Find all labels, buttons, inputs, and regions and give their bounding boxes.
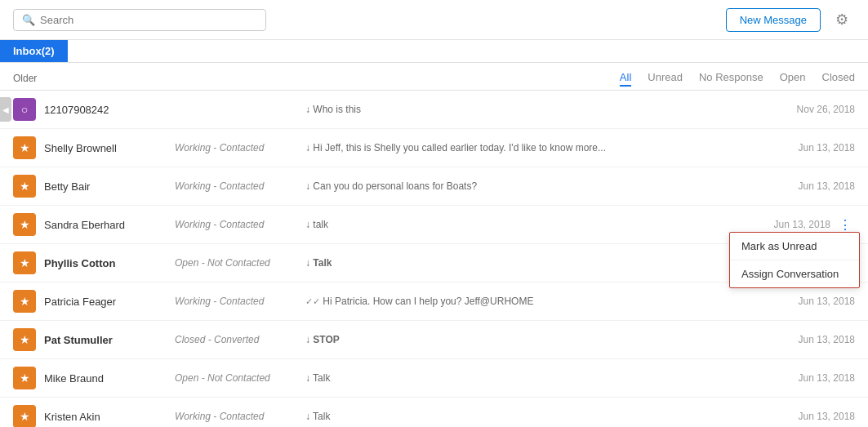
filter-tabs: All Unread No Response Open Closed — [620, 69, 855, 87]
date-label: Jun 13, 2018 — [799, 372, 855, 384]
avatar: ★ — [13, 251, 36, 274]
list-item[interactable]: ◀ ○ 12107908242 ↓ Who is this Nov 26, 20… — [0, 91, 868, 129]
status-label: Working - Contacted — [175, 180, 305, 192]
list-item[interactable]: ★ Mike Braund Open - Not Contacted ↓ Tal… — [0, 359, 868, 398]
status-label: Open - Not Contacted — [175, 257, 305, 269]
scroll-indicator[interactable]: ◀ — [0, 97, 11, 122]
date-label: Jun 13, 2018 — [799, 180, 855, 192]
avatar: ★ — [13, 328, 36, 351]
status-label: Working - Contacted — [175, 219, 305, 230]
contact-name: Kristen Akin — [44, 411, 175, 423]
date-label: Jun 13, 2018 — [799, 296, 855, 307]
message-preview: ↓ talk — [305, 219, 766, 230]
search-icon: 🔍 — [22, 14, 35, 26]
contact-name: Pat Stumuller — [44, 334, 175, 346]
list-item[interactable]: ★ Kristen Akin Working - Contacted ↓ Tal… — [0, 398, 868, 427]
filter-tab-all[interactable]: All — [620, 69, 631, 87]
status-label: Open - Not Contacted — [175, 372, 305, 384]
search-box[interactable]: 🔍 — [13, 9, 266, 31]
mark-as-unread-button[interactable]: Mark as Unread — [730, 233, 859, 260]
avatar: ★ — [13, 175, 36, 198]
status-label: Closed - Converted — [175, 334, 305, 345]
filter-tab-unread[interactable]: Unread — [648, 69, 683, 87]
message-preview: ↓ Talk — [305, 411, 790, 422]
contact-name: Patricia Feager — [44, 296, 175, 308]
date-label: Jun 13, 2018 — [799, 411, 855, 422]
contact-name: Betty Bair — [44, 180, 175, 193]
message-preview: ↓ Can you do personal loans for Boats? — [305, 180, 790, 192]
header: 🔍 New Message ⚙ — [0, 0, 868, 40]
conversation-list: ◀ ○ 12107908242 ↓ Who is this Nov 26, 20… — [0, 91, 868, 427]
status-label: Working - Contacted — [175, 296, 305, 307]
date-label: Jun 13, 2018 — [799, 334, 855, 345]
avatar: ★ — [13, 367, 36, 389]
inbox-tab[interactable]: Inbox(2) — [0, 40, 68, 62]
status-label: Working - Contacted — [175, 411, 305, 422]
list-item[interactable]: ★ Betty Bair Working - Contacted ↓ Can y… — [0, 167, 868, 206]
date-label: Nov 26, 2018 — [797, 104, 855, 115]
avatar: ★ — [13, 290, 36, 313]
contact-name: 12107908242 — [44, 104, 175, 116]
filter-tab-closed[interactable]: Closed — [822, 69, 855, 87]
message-preview: ↓ Hi Jeff, this is Shelly you called ear… — [305, 142, 790, 153]
avatar: ○ — [13, 98, 36, 121]
search-input[interactable] — [40, 14, 257, 26]
header-right: New Message ⚙ — [726, 7, 855, 33]
filters-bar: Older All Unread No Response Open Closed — [0, 63, 868, 91]
message-preview: ✓✓ Hi Patricia. How can I help you? Jeff… — [305, 296, 790, 307]
context-menu: Mark as Unread Assign Conversation — [729, 232, 860, 288]
new-message-button[interactable]: New Message — [726, 8, 821, 32]
gear-icon[interactable]: ⚙ — [829, 7, 855, 33]
message-preview: ↓ Talk — [305, 372, 790, 384]
older-label: Older — [13, 73, 37, 84]
message-preview: ↓ Who is this — [305, 104, 789, 115]
message-preview: ↓ Talk — [305, 257, 790, 269]
list-item[interactable]: ★ Shelly Brownell Working - Contacted ↓ … — [0, 129, 868, 167]
avatar: ★ — [13, 405, 36, 427]
inbox-tab-bar: Inbox(2) — [0, 40, 868, 63]
contact-name: Shelly Brownell — [44, 142, 175, 154]
contact-name: Sandra Eberhard — [44, 219, 175, 231]
assign-conversation-button[interactable]: Assign Conversation — [730, 260, 859, 287]
status-label: Working - Contacted — [175, 142, 305, 153]
message-preview: ↓ STOP — [305, 334, 790, 345]
avatar: ★ — [13, 213, 36, 236]
filter-tab-no-response[interactable]: No Response — [699, 69, 763, 87]
avatar: ★ — [13, 136, 36, 159]
date-label: Jun 13, 2018 — [774, 219, 830, 230]
list-item[interactable]: ★ Sandra Eberhard Working - Contacted ↓ … — [0, 206, 868, 244]
contact-name: Mike Braund — [44, 372, 175, 385]
date-label: Jun 13, 2018 — [799, 142, 855, 153]
list-item[interactable]: ★ Patricia Feager Working - Contacted ✓✓… — [0, 282, 868, 321]
contact-name: Phyllis Cotton — [44, 257, 175, 269]
filter-tab-open[interactable]: Open — [780, 69, 806, 87]
list-item[interactable]: ★ Pat Stumuller Closed - Converted ↓ STO… — [0, 321, 868, 359]
